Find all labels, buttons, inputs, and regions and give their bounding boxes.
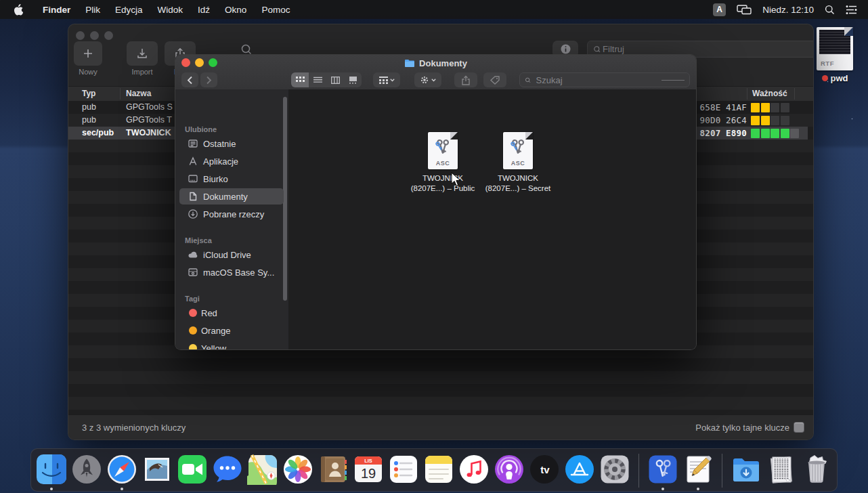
sidebar-item-red[interactable]: Red — [179, 305, 284, 321]
action-menu-button[interactable] — [414, 72, 441, 87]
new-key-label: Nowy — [74, 68, 102, 76]
dock-app-store[interactable] — [564, 454, 595, 485]
column-separator[interactable] — [747, 88, 747, 100]
column-waznosc[interactable]: Ważność — [752, 89, 787, 98]
validity-cell — [771, 129, 779, 138]
secret-only-checkbox[interactable] — [794, 423, 804, 432]
sidebar-item-macos-base-sy-[interactable]: macOS Base Sy... — [179, 264, 284, 280]
finder-window[interactable]: Dokumenty — [175, 54, 697, 350]
desktop-file-pwd[interactable]: RTF pwd — [815, 27, 855, 83]
menu-item-okno[interactable]: Okno — [217, 0, 254, 19]
validity-cell — [781, 103, 789, 112]
dock-mail[interactable] — [142, 454, 173, 485]
finder-content[interactable]: ASCTWOJNICK(8207E...) – PublicASCTWOJNIC… — [288, 89, 696, 349]
sidebar-item-pobrane-rzeczy[interactable]: Pobrane rzeczy — [179, 206, 284, 222]
menu-item-finder[interactable]: Finder — [35, 0, 78, 19]
key-type: pub — [82, 115, 96, 125]
dock-trash[interactable] — [801, 454, 832, 485]
group-by-button[interactable] — [373, 72, 400, 87]
finder-sidebar[interactable]: UlubioneOstatnieAplikacjeBiurkoDokumenty… — [175, 89, 289, 349]
gallery-view-icon — [349, 77, 357, 84]
dock-finder[interactable] — [36, 454, 67, 485]
icon-view-button[interactable] — [291, 72, 309, 87]
window-controls-inactive[interactable] — [76, 31, 113, 40]
column-nazwa[interactable]: Nazwa — [126, 89, 151, 98]
close-button[interactable] — [76, 31, 85, 40]
dock-contacts[interactable] — [318, 454, 349, 485]
menu-item-widok[interactable]: Widok — [150, 0, 191, 19]
menu-item-edycja[interactable]: Edycja — [108, 0, 150, 19]
info-icon — [560, 43, 571, 55]
import-button[interactable] — [127, 41, 158, 66]
dock-gpg-keychain[interactable] — [647, 454, 678, 485]
menu-item-plik[interactable]: Plik — [78, 0, 108, 19]
svg-text:19: 19 — [361, 466, 376, 481]
dock-photos[interactable] — [282, 454, 313, 485]
column-view-button[interactable] — [326, 72, 344, 87]
mouse-cursor — [451, 172, 461, 187]
share-button[interactable] — [454, 72, 477, 87]
control-center-icon[interactable] — [846, 5, 857, 14]
list-view-button[interactable] — [309, 72, 326, 87]
gallery-view-button[interactable] — [344, 72, 362, 87]
zoom-button[interactable] — [104, 31, 113, 40]
sidebar-item-aplikacje[interactable]: Aplikacje — [179, 153, 284, 169]
dock-system-preferences[interactable] — [599, 454, 630, 485]
column-separator[interactable] — [120, 88, 121, 100]
finder-search-input[interactable] — [535, 74, 655, 86]
dock-messages[interactable] — [212, 454, 243, 485]
spotlight-icon[interactable] — [825, 5, 835, 15]
apple-menu[interactable] — [14, 4, 23, 16]
dock-podcasts[interactable] — [494, 454, 525, 485]
running-indicator — [661, 488, 664, 490]
sidebar-item-ostatnie[interactable]: Ostatnie — [179, 135, 284, 152]
sidebar-item-label: Aplikacje — [203, 156, 238, 167]
sidebar-item-orange[interactable]: Orange — [179, 322, 284, 339]
file-icon-public-key[interactable]: ASCTWOJNICK(8207E...) – Public — [402, 132, 483, 194]
finder-search-field[interactable] — [519, 72, 690, 87]
dock-music[interactable] — [458, 454, 490, 485]
sidebar-item-biurko[interactable]: Biurko — [179, 171, 284, 187]
screen-mirroring-icon[interactable] — [737, 5, 752, 15]
dock-maps[interactable] — [247, 454, 278, 485]
validity-cell — [761, 129, 770, 138]
column-typ[interactable]: Typ — [82, 89, 95, 98]
column-separator[interactable] — [794, 88, 795, 100]
sidebar-item-label: iCloud Drive — [203, 250, 251, 260]
desktop-icon — [188, 173, 198, 184]
back-button[interactable] — [181, 72, 198, 87]
sidebar-item-dokumenty[interactable]: Dokumenty — [179, 188, 284, 205]
launchpad-icon — [71, 454, 102, 485]
dock-documents-stack[interactable] — [766, 454, 797, 485]
tags-button[interactable] — [483, 72, 506, 87]
dock-calendar[interactable]: LIS19 — [353, 454, 384, 485]
dock-textedit[interactable] — [682, 454, 714, 485]
menu-bar-clock[interactable]: Niedz. 12:10 — [762, 5, 814, 15]
minimize-button[interactable] — [90, 31, 99, 40]
validity-cell — [751, 103, 760, 112]
forward-button[interactable] — [200, 72, 217, 87]
dock-launchpad[interactable] — [71, 454, 102, 485]
sidebar-section-ulubione: Ulubione — [185, 125, 217, 133]
sidebar-item-icloud-drive[interactable]: iCloud Drive — [179, 246, 284, 263]
dock-facetime[interactable] — [177, 454, 208, 485]
sidebar-item-yellow[interactable]: Yellow — [179, 340, 284, 350]
new-key-button[interactable] — [74, 41, 102, 66]
gpg-keychain-icon — [647, 454, 678, 485]
gpg-filter-input[interactable] — [601, 43, 814, 55]
dock-notes[interactable] — [423, 454, 454, 485]
input-source-indicator[interactable]: A — [713, 3, 726, 16]
validity-cell — [790, 129, 799, 138]
photos-icon — [282, 454, 313, 485]
dock-safari[interactable] — [106, 454, 137, 485]
dock-tv[interactable]: tv — [529, 454, 560, 485]
view-switcher[interactable] — [291, 72, 362, 87]
menu-item-idź[interactable]: Idź — [190, 0, 217, 19]
dock[interactable]: LIS19tv — [30, 448, 838, 492]
file-icon-secret-key[interactable]: ASCTWOJNICK(8207E...) – Secret — [477, 132, 559, 194]
menu-item-pomoc[interactable]: Pomoc — [254, 0, 297, 19]
dock-reminders[interactable] — [388, 454, 419, 485]
sidebar-item-label: Orange — [201, 326, 230, 336]
finder-titlebar[interactable]: Dokumenty — [175, 55, 696, 90]
dock-downloads-folder[interactable] — [731, 454, 762, 485]
